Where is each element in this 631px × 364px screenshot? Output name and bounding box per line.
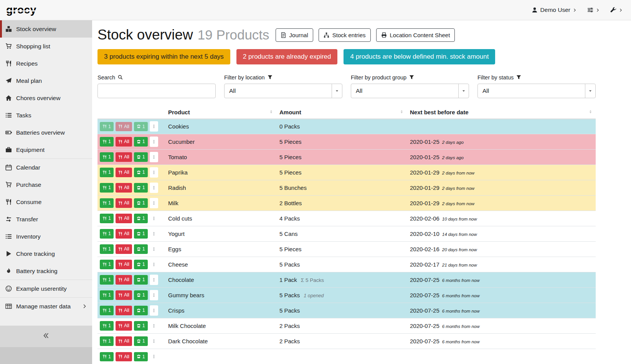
open-one-button[interactable]: 1 (134, 183, 148, 193)
expiring-banner[interactable]: 3 products expiring within the next 5 da… (97, 49, 230, 64)
sidebar-item-chores-overview[interactable]: Chores overview (0, 89, 92, 107)
open-one-button[interactable]: 1 (134, 321, 148, 331)
column-header-product[interactable]: Product (165, 107, 276, 119)
consume-one-button[interactable]: 1 (100, 321, 114, 331)
open-one-button[interactable]: 1 (134, 275, 148, 285)
below-min-stock-banner[interactable]: 4 products are below defined min. stock … (344, 49, 495, 64)
sort-icon[interactable] (269, 110, 273, 114)
open-one-button[interactable]: 1 (134, 122, 148, 132)
consume-one-button[interactable]: 1 (100, 137, 114, 147)
consume-one-button[interactable]: 1 (100, 122, 114, 132)
location-content-sheet-button[interactable]: Location Content Sheet (376, 28, 455, 42)
row-menu-button[interactable] (150, 290, 158, 300)
row-menu-button[interactable] (150, 321, 158, 331)
user-menu[interactable]: Demo User (532, 7, 576, 13)
sidebar-item-tasks[interactable]: Tasks (0, 107, 92, 124)
consume-one-button[interactable]: 1 (100, 168, 114, 177)
row-menu-button[interactable] (150, 351, 158, 362)
consume-one-button[interactable]: 1 (100, 198, 114, 208)
sidebar-item-equipment[interactable]: Equipment (0, 141, 92, 158)
sort-icon[interactable] (400, 110, 404, 114)
consume-one-button[interactable]: 1 (100, 229, 114, 239)
column-header-amount[interactable]: Amount (276, 107, 407, 119)
row-menu-button[interactable] (150, 183, 158, 193)
sidebar-item-recipes[interactable]: Recipes (0, 55, 92, 72)
consume-one-button[interactable]: 1 (100, 306, 114, 315)
filter-by-product-group-select[interactable]: All (351, 84, 469, 98)
column-header-next-best-before-date[interactable]: Next best before date (407, 107, 596, 119)
sidebar-item-purchase[interactable]: Purchase (0, 176, 92, 193)
row-menu-button[interactable] (150, 121, 158, 132)
consume-all-button[interactable]: All (116, 306, 132, 315)
open-one-button[interactable]: 1 (134, 152, 148, 162)
row-menu-button[interactable] (150, 229, 158, 239)
consume-one-button[interactable]: 1 (100, 183, 114, 193)
sidebar-item-calendar[interactable]: Calendar (0, 158, 92, 176)
open-one-button[interactable]: 1 (134, 198, 148, 208)
row-menu-button[interactable] (150, 152, 158, 162)
row-menu-button[interactable] (150, 213, 158, 224)
open-one-button[interactable]: 1 (134, 137, 148, 147)
sidebar-collapse-button[interactable] (0, 326, 92, 347)
consume-all-button[interactable]: All (116, 260, 132, 269)
journal-button[interactable]: Journal (276, 28, 313, 42)
row-menu-button[interactable] (150, 244, 158, 254)
consume-one-button[interactable]: 1 (100, 352, 114, 362)
admin-tools-menu[interactable] (610, 7, 623, 13)
row-menu-button[interactable] (150, 336, 158, 346)
row-menu-button[interactable] (150, 275, 158, 285)
open-one-button[interactable]: 1 (134, 260, 148, 269)
settings-menu[interactable] (587, 7, 600, 13)
consume-all-button[interactable]: All (116, 152, 132, 162)
consume-one-button[interactable]: 1 (100, 244, 114, 254)
consume-all-button[interactable]: All (116, 229, 132, 239)
open-one-button[interactable]: 1 (134, 306, 148, 315)
sidebar-item-shopping-list[interactable]: Shopping list (0, 38, 92, 55)
consume-all-button[interactable]: All (116, 198, 132, 208)
consume-all-button[interactable]: All (116, 214, 132, 223)
open-one-button[interactable]: 1 (134, 290, 148, 300)
consume-all-button[interactable]: All (116, 290, 132, 300)
sidebar-item-meal-plan[interactable]: Meal plan (0, 72, 92, 89)
row-menu-button[interactable] (150, 167, 158, 178)
open-one-button[interactable]: 1 (134, 352, 148, 362)
filter-by-location-select[interactable]: All (224, 84, 342, 98)
sidebar-item-stock-overview[interactable]: Stock overview (0, 20, 92, 38)
open-one-button[interactable]: 1 (134, 229, 148, 239)
search-input[interactable] (97, 84, 216, 98)
consume-all-button[interactable]: All (116, 321, 132, 331)
row-menu-button[interactable] (150, 198, 158, 208)
stock-entries-button[interactable]: Stock entries (319, 28, 371, 42)
sidebar-item-consume[interactable]: Consume (0, 193, 92, 211)
consume-one-button[interactable]: 1 (100, 275, 114, 285)
sidebar-item-chore-tracking[interactable]: Chore tracking (0, 245, 92, 262)
sidebar-item-inventory[interactable]: Inventory (0, 228, 92, 245)
consume-one-button[interactable]: 1 (100, 260, 114, 269)
consume-one-button[interactable]: 1 (100, 290, 114, 300)
open-one-button[interactable]: 1 (134, 214, 148, 223)
sidebar-item-manage-master-data[interactable]: Manage master data (0, 297, 92, 315)
consume-one-button[interactable]: 1 (100, 336, 114, 346)
open-one-button[interactable]: 1 (134, 336, 148, 346)
open-one-button[interactable]: 1 (134, 244, 148, 254)
app-logo[interactable]: grocy (6, 5, 36, 15)
row-menu-button[interactable] (150, 259, 158, 270)
sort-icon[interactable] (588, 110, 593, 114)
sidebar-item-transfer[interactable]: Transfer (0, 211, 92, 228)
sidebar-item-batteries-overview[interactable]: Batteries overview (0, 124, 92, 141)
consume-all-button[interactable]: All (116, 122, 132, 132)
sidebar-item-battery-tracking[interactable]: Battery tracking (0, 262, 92, 280)
consume-all-button[interactable]: All (116, 352, 132, 362)
consume-all-button[interactable]: All (116, 244, 132, 254)
expired-banner[interactable]: 2 products are already expired (236, 49, 338, 64)
consume-all-button[interactable]: All (116, 183, 132, 193)
open-one-button[interactable]: 1 (134, 168, 148, 177)
consume-all-button[interactable]: All (116, 168, 132, 177)
sidebar-item-example-userentity[interactable]: Example userentity (0, 280, 92, 297)
consume-all-button[interactable]: All (116, 336, 132, 346)
consume-one-button[interactable]: 1 (100, 214, 114, 223)
row-menu-button[interactable] (150, 305, 158, 316)
consume-all-button[interactable]: All (116, 275, 132, 285)
row-menu-button[interactable] (150, 137, 158, 147)
consume-all-button[interactable]: All (116, 137, 132, 147)
